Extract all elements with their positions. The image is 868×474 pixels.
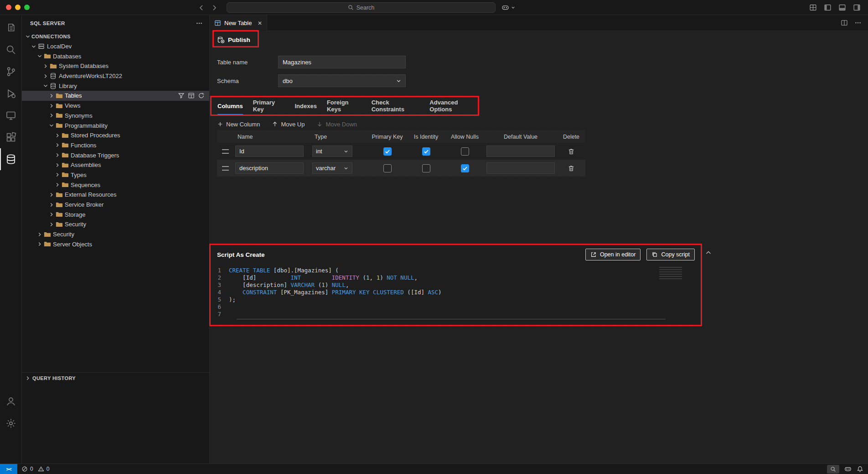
- command-center-search[interactable]: Search: [227, 2, 496, 13]
- designer-tab-advanced-options[interactable]: Advanced Options: [429, 97, 478, 115]
- chevron-right-icon[interactable]: [47, 221, 55, 228]
- tree-item-views[interactable]: Views: [22, 101, 209, 111]
- chevron-right-icon[interactable]: [47, 201, 55, 208]
- tree-item-stored-procedures[interactable]: Stored Procedures: [22, 130, 209, 141]
- designer-tab-primary-key[interactable]: Primary Key: [253, 97, 285, 115]
- chevron-right-icon[interactable]: [53, 141, 61, 149]
- default-value-input[interactable]: [486, 162, 555, 174]
- trash-icon[interactable]: [568, 165, 575, 172]
- is-identity-checkbox[interactable]: [422, 147, 430, 156]
- tree-item-functions[interactable]: Functions: [22, 141, 209, 151]
- source-control-icon[interactable]: [0, 61, 21, 83]
- back-arrow-icon[interactable]: [198, 4, 205, 11]
- default-value-input[interactable]: [486, 146, 555, 157]
- copilot-status-icon[interactable]: [844, 465, 852, 473]
- close-icon[interactable]: ✕: [258, 20, 262, 26]
- chevron-down-icon[interactable]: [24, 33, 31, 40]
- tree-item-tables[interactable]: Tables: [22, 91, 209, 101]
- toggle-secondary-sidebar-icon[interactable]: [853, 4, 861, 11]
- settings-gear-icon[interactable]: [0, 412, 21, 434]
- tree-item-system-databases[interactable]: System Databases: [22, 61, 209, 71]
- tree-item-server-objects[interactable]: Server Objects: [22, 239, 209, 249]
- search-sidebar-icon[interactable]: [0, 39, 21, 61]
- tree-item-database-triggers[interactable]: Database Triggers: [22, 150, 209, 160]
- tree-item-types[interactable]: Types: [22, 170, 209, 180]
- tree-item-programmability[interactable]: Programmability: [22, 120, 209, 130]
- filter-icon[interactable]: [178, 92, 185, 99]
- tree-item-external-resources[interactable]: External Resources: [22, 190, 209, 200]
- tree-item-adventureworkslt2022[interactable]: AdventureWorksLT2022: [22, 71, 209, 81]
- sql-server-icon[interactable]: [0, 148, 21, 170]
- run-debug-icon[interactable]: [0, 83, 21, 104]
- refresh-icon[interactable]: [198, 92, 205, 99]
- account-icon[interactable]: [0, 391, 21, 412]
- tree-item-service-broker[interactable]: Service Broker: [22, 200, 209, 210]
- drag-handle[interactable]: [222, 149, 229, 154]
- move-up-button[interactable]: Move Up: [272, 121, 305, 128]
- toggle-primary-sidebar-icon[interactable]: [824, 4, 832, 11]
- new-column-button[interactable]: New Column: [217, 121, 260, 128]
- column-type-select[interactable]: varchar: [312, 162, 352, 174]
- extensions-icon[interactable]: [0, 126, 21, 148]
- trash-icon[interactable]: [568, 148, 575, 155]
- tree-item-library[interactable]: Library: [22, 81, 209, 91]
- query-history-section[interactable]: QUERY HISTORY: [22, 372, 209, 383]
- tree-item-databases[interactable]: Databases: [22, 51, 209, 61]
- split-editor-icon[interactable]: [841, 19, 848, 26]
- tree-item-security[interactable]: Security: [22, 219, 209, 229]
- more-actions-icon[interactable]: [854, 19, 862, 26]
- forward-arrow-icon[interactable]: [211, 4, 218, 11]
- toggle-panel-icon[interactable]: [838, 4, 846, 11]
- allow-nulls-checkbox[interactable]: [461, 147, 469, 156]
- primary-key-checkbox[interactable]: [383, 164, 392, 172]
- designer-tab-columns[interactable]: Columns: [217, 97, 243, 115]
- minimize-window-button[interactable]: [15, 5, 21, 10]
- zoom-indicator[interactable]: [827, 465, 839, 474]
- chevron-right-icon[interactable]: [53, 181, 61, 188]
- chevron-down-icon[interactable]: [41, 82, 49, 89]
- chevron-right-icon[interactable]: [47, 92, 55, 99]
- table-name-input[interactable]: Magazines: [278, 56, 406, 68]
- chevron-right-icon[interactable]: [47, 102, 55, 109]
- chevron-right-icon[interactable]: [53, 132, 61, 139]
- tree-item-connections[interactable]: CONNECTIONS: [22, 31, 209, 42]
- chevron-down-icon[interactable]: [36, 52, 43, 60]
- customize-layout-icon[interactable]: [809, 4, 817, 11]
- copy-script-button[interactable]: Copy script: [646, 249, 695, 260]
- tab-new-table[interactable]: New Table ✕: [210, 15, 267, 31]
- chevron-right-icon[interactable]: [47, 112, 55, 119]
- column-name-input[interactable]: Id: [235, 146, 304, 157]
- collapse-script-chevron-up-icon[interactable]: [705, 249, 712, 256]
- designer-tab-indexes[interactable]: Indexes: [294, 97, 316, 115]
- tree-item-synonyms[interactable]: Synonyms: [22, 111, 209, 121]
- zoom-window-button[interactable]: [24, 5, 30, 10]
- chevron-right-icon[interactable]: [41, 73, 49, 80]
- tree-item-assemblies[interactable]: Assemblies: [22, 160, 209, 170]
- remote-explorer-icon[interactable]: [0, 104, 21, 126]
- column-type-select[interactable]: int: [312, 146, 352, 157]
- column-name-input[interactable]: description: [235, 162, 304, 174]
- designer-tab-foreign-keys[interactable]: Foreign Keys: [327, 97, 362, 115]
- designer-tab-check-constraints[interactable]: Check Constraints: [372, 97, 420, 115]
- is-identity-checkbox[interactable]: [422, 164, 430, 172]
- chevron-down-icon[interactable]: [30, 43, 37, 50]
- tree-item-storage[interactable]: Storage: [22, 209, 209, 219]
- more-actions-icon[interactable]: [196, 20, 203, 27]
- chevron-right-icon[interactable]: [41, 63, 49, 70]
- copilot-menu[interactable]: [501, 2, 516, 13]
- schema-select[interactable]: dbo: [278, 74, 406, 87]
- allow-nulls-checkbox[interactable]: [461, 164, 469, 172]
- chevron-down-icon[interactable]: [47, 122, 55, 129]
- primary-key-checkbox[interactable]: [383, 147, 392, 156]
- tree-item-localdev[interactable]: LocalDev: [22, 42, 209, 52]
- chevron-right-icon[interactable]: [53, 161, 61, 169]
- explorer-icon[interactable]: [0, 17, 21, 39]
- chevron-right-icon[interactable]: [47, 211, 55, 218]
- problems-indicator[interactable]: 0 0: [17, 466, 52, 472]
- publish-button[interactable]: Publish: [217, 33, 250, 47]
- table-grid-icon[interactable]: [188, 92, 195, 99]
- bell-icon[interactable]: [857, 466, 863, 473]
- chevron-right-icon[interactable]: [47, 191, 55, 198]
- close-window-button[interactable]: [6, 5, 11, 10]
- tree-item-sequences[interactable]: Sequences: [22, 180, 209, 190]
